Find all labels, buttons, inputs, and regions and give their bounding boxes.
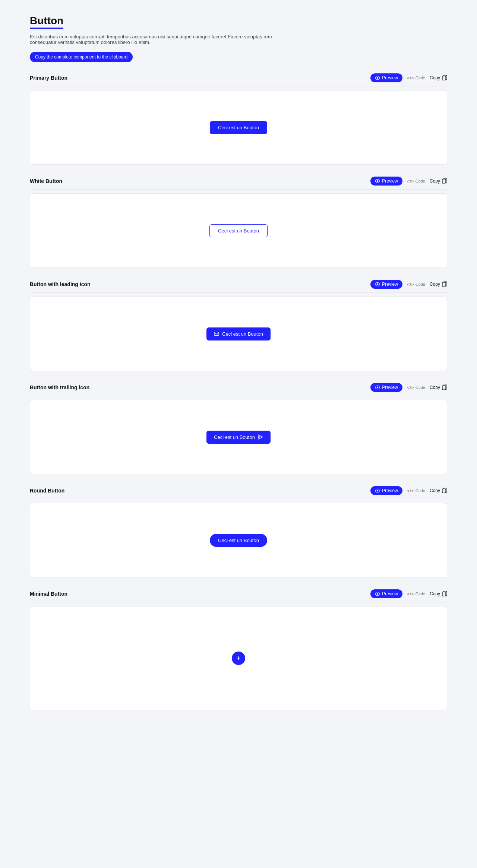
copy-button-leading[interactable]: Copy xyxy=(430,281,447,287)
eye-icon xyxy=(375,488,380,493)
code-icon: </> xyxy=(407,178,414,184)
demo-primary-button[interactable]: Ceci est un Bouton xyxy=(210,121,267,134)
section-white-button: White Button Preview </> Code Copy xyxy=(30,177,447,268)
copy-icon xyxy=(442,488,447,494)
svg-rect-5 xyxy=(442,282,446,286)
code-button-round[interactable]: </> Code xyxy=(407,488,425,494)
section-minimal-button: Minimal Button Preview </> Code Copy xyxy=(30,589,447,710)
code-icon: </> xyxy=(407,75,414,81)
preview-button-leading[interactable]: Preview xyxy=(370,280,402,289)
preview-area-trailing: Ceci est un Bouton xyxy=(30,400,447,474)
section-title-white: White Button xyxy=(30,178,62,184)
code-button-white[interactable]: </> Code xyxy=(407,178,425,184)
preview-area-primary: Ceci est un Bouton xyxy=(30,90,447,165)
section-controls-leading: Preview </> Code Copy xyxy=(370,280,447,289)
section-round-button: Round Button Preview </> Code Copy xyxy=(30,486,447,577)
preview-area-round: Ceci est un Bouton xyxy=(30,503,447,577)
section-title-round: Round Button xyxy=(30,488,64,494)
demo-leading-button[interactable]: Ceci est un Bouton xyxy=(206,327,271,340)
copy-icon xyxy=(442,178,447,184)
code-button-minimal[interactable]: </> Code xyxy=(407,591,425,597)
eye-icon xyxy=(375,591,380,596)
copy-icon xyxy=(442,591,447,597)
copy-button-primary[interactable]: Copy xyxy=(430,75,447,81)
send-icon xyxy=(258,434,263,440)
code-icon: </> xyxy=(407,282,414,287)
svg-rect-8 xyxy=(442,386,446,390)
svg-rect-3 xyxy=(442,179,446,183)
code-icon: </> xyxy=(407,488,414,494)
section-leading-icon-button: Button with leading icon Preview </> Cod… xyxy=(30,280,447,371)
copy-button-minimal[interactable]: Copy xyxy=(430,591,447,597)
preview-area-minimal: + xyxy=(30,606,447,710)
copy-button-white[interactable]: Copy xyxy=(430,178,447,184)
preview-area-white: Ceci est un Bouton xyxy=(30,193,447,268)
demo-trailing-button[interactable]: Ceci est un Bouton xyxy=(206,431,271,444)
section-controls-primary: Preview </> Code Copy xyxy=(370,73,447,82)
demo-round-button[interactable]: Ceci est un Bouton xyxy=(210,534,267,547)
code-icon: </> xyxy=(407,385,414,390)
section-controls-white: Preview </> Code Copy xyxy=(370,177,447,186)
preview-button-minimal[interactable]: Preview xyxy=(370,589,402,598)
preview-button-primary[interactable]: Preview xyxy=(370,73,402,82)
copy-icon xyxy=(442,281,447,287)
svg-point-11 xyxy=(377,593,378,595)
code-button-primary[interactable]: </> Code xyxy=(407,75,425,81)
preview-area-leading: Ceci est un Bouton xyxy=(30,297,447,371)
section-primary-button: Primary Button Preview </> Code Copy xyxy=(30,73,447,165)
svg-rect-10 xyxy=(442,489,446,493)
section-controls-minimal: Preview </> Code Copy xyxy=(370,589,447,598)
svg-rect-12 xyxy=(442,592,446,596)
eye-icon xyxy=(375,385,380,390)
section-controls-round: Preview </> Code Copy xyxy=(370,486,447,495)
code-button-leading[interactable]: </> Code xyxy=(407,282,425,287)
svg-rect-1 xyxy=(442,76,446,80)
svg-point-2 xyxy=(377,180,378,182)
svg-point-4 xyxy=(377,283,378,285)
preview-button-white[interactable]: Preview xyxy=(370,177,402,186)
demo-white-button[interactable]: Ceci est un Bouton xyxy=(209,224,268,237)
copy-icon xyxy=(442,384,447,390)
page-description: Est doloribus eum voluptas corrupti temp… xyxy=(30,34,291,45)
section-trailing-icon-button: Button with trailing icon Preview </> Co… xyxy=(30,383,447,474)
page-title: Button xyxy=(30,15,63,29)
preview-button-round[interactable]: Preview xyxy=(370,486,402,495)
demo-minimal-button[interactable]: + xyxy=(232,652,245,665)
mail-icon xyxy=(214,331,219,336)
svg-point-9 xyxy=(377,490,378,491)
section-title-minimal: Minimal Button xyxy=(30,591,67,597)
section-controls-trailing: Preview </> Code Copy xyxy=(370,383,447,392)
code-button-trailing[interactable]: </> Code xyxy=(407,385,425,390)
eye-icon xyxy=(375,178,380,184)
section-title-leading: Button with leading icon xyxy=(30,281,91,287)
section-title-primary: Primary Button xyxy=(30,75,67,81)
eye-icon xyxy=(375,282,380,287)
code-icon: </> xyxy=(407,591,414,597)
copy-icon xyxy=(442,75,447,81)
preview-button-trailing[interactable]: Preview xyxy=(370,383,402,392)
copy-button-trailing[interactable]: Copy xyxy=(430,384,447,390)
copy-button-round[interactable]: Copy xyxy=(430,488,447,494)
svg-point-7 xyxy=(377,387,378,388)
section-title-trailing: Button with trailing icon xyxy=(30,384,89,390)
copy-clipboard-button[interactable]: Copy the complete component to the clipb… xyxy=(30,52,133,62)
svg-point-0 xyxy=(377,77,378,79)
eye-icon xyxy=(375,75,380,80)
